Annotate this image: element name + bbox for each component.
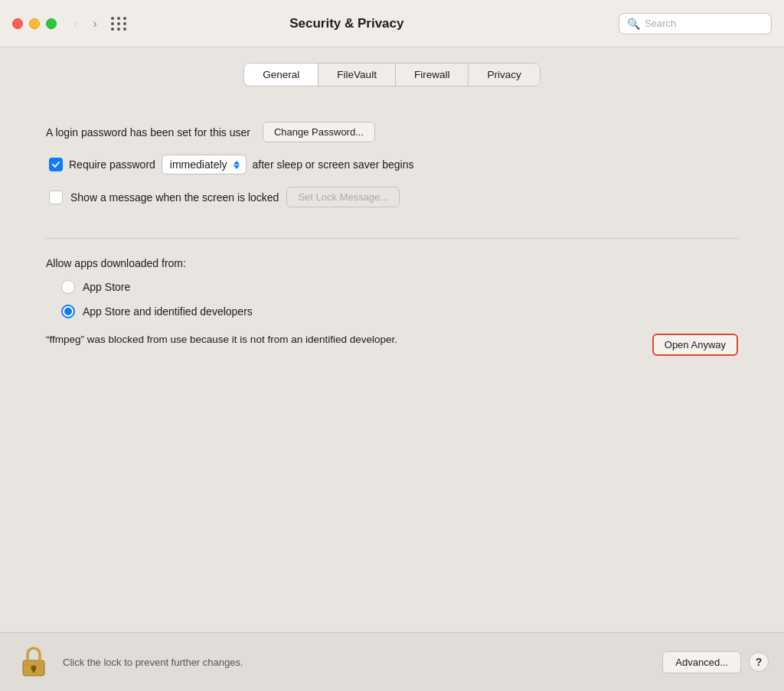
search-input[interactable]: [645, 18, 763, 29]
traffic-lights: [12, 18, 57, 29]
footer: Click the lock to prevent further change…: [0, 632, 784, 691]
search-box: 🔍: [619, 13, 772, 34]
svg-rect-2: [33, 669, 35, 673]
app-store-radio[interactable]: [61, 280, 75, 294]
after-sleep-text: after sleep or screen saver begins: [253, 158, 414, 171]
titlebar: ‹ › Security & Privacy 🔍: [0, 0, 784, 47]
tab-firewall[interactable]: Firewall: [396, 64, 469, 86]
show-message-label: Show a message when the screen is locked: [70, 191, 279, 204]
tab-privacy[interactable]: Privacy: [469, 64, 539, 86]
show-message-checkbox[interactable]: [49, 191, 63, 204]
tab-group: General FileVault Firewall Privacy: [243, 63, 540, 86]
app-store-identified-radio-row: App Store and identified developers: [61, 305, 738, 318]
zoom-button[interactable]: [46, 18, 57, 29]
main-panel: A login password has been set for this u…: [15, 99, 769, 632]
set-lock-message-button[interactable]: Set Lock Message...: [286, 187, 400, 207]
downloads-section: Allow apps downloaded from: App Store Ap…: [46, 257, 738, 356]
content-area: General FileVault Firewall Privacy A log…: [0, 47, 784, 632]
app-store-identified-label: App Store and identified developers: [83, 305, 253, 318]
blocked-app-text: “ffmpeg” was blocked from use because it…: [46, 332, 397, 347]
search-icon: 🔍: [627, 18, 640, 30]
arrow-up-icon: [234, 161, 240, 165]
require-password-checkbox[interactable]: [49, 158, 63, 171]
tab-general[interactable]: General: [244, 64, 318, 86]
open-anyway-button[interactable]: Open Anyway: [652, 334, 738, 356]
password-row: A login password has been set for this u…: [46, 122, 738, 142]
blocked-app-row: “ffmpeg” was blocked from use because it…: [46, 332, 738, 356]
minimize-button[interactable]: [29, 18, 40, 29]
change-password-button[interactable]: Change Password...: [263, 122, 375, 142]
section-divider: [46, 238, 738, 239]
footer-text: Click the lock to prevent further change…: [63, 657, 652, 668]
arrow-down-icon: [234, 165, 240, 169]
lock-icon[interactable]: [15, 644, 52, 680]
require-password-row: Require password immediately after sleep…: [49, 155, 738, 174]
require-password-label: Require password: [69, 158, 155, 171]
help-button[interactable]: ?: [749, 652, 769, 672]
password-set-text: A login password has been set for this u…: [46, 126, 250, 139]
lock-message-row: Show a message when the screen is locked…: [49, 187, 738, 207]
tabs-container: General FileVault Firewall Privacy: [15, 63, 769, 86]
footer-buttons: Advanced... ?: [662, 651, 769, 673]
close-button[interactable]: [12, 18, 23, 29]
checkmark-icon: [51, 160, 60, 169]
dropdown-arrows: [234, 161, 240, 169]
tab-filevault[interactable]: FileVault: [318, 64, 396, 86]
advanced-button[interactable]: Advanced...: [662, 651, 741, 673]
allow-apps-label: Allow apps downloaded from:: [46, 257, 738, 269]
dropdown-value: immediately: [170, 158, 227, 171]
app-store-label: App Store: [83, 281, 130, 293]
window-title: Security & Privacy: [75, 16, 619, 31]
password-section: A login password has been set for this u…: [46, 122, 738, 230]
password-timing-dropdown[interactable]: immediately: [162, 155, 247, 174]
app-store-identified-radio[interactable]: [61, 305, 75, 318]
app-store-radio-row: App Store: [61, 280, 738, 294]
